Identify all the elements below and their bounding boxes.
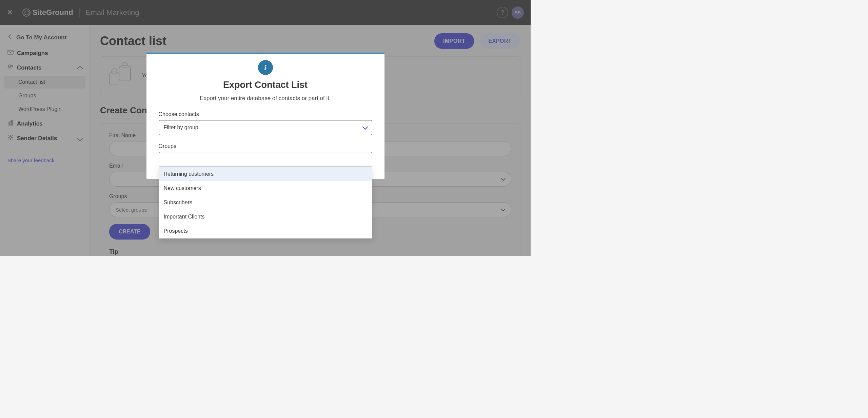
group-option[interactable]: Important Clients <box>159 210 372 224</box>
text-cursor <box>164 156 164 163</box>
info-icon: i <box>258 60 273 75</box>
group-option[interactable]: New customers <box>159 181 372 195</box>
modal-title: Export Contact List <box>159 80 372 90</box>
modal-subtitle: Export your entire database of contacts … <box>159 95 372 102</box>
groups-combobox: Returning customers New customers Subscr… <box>159 152 372 167</box>
export-contact-list-modal: i Export Contact List Export your entire… <box>146 53 384 179</box>
groups-dropdown: Returning customers New customers Subscr… <box>159 167 372 239</box>
choose-contacts-value: Filter by group <box>164 125 198 131</box>
group-option[interactable]: Prospects <box>159 224 372 238</box>
group-option[interactable]: Subscribers <box>159 195 372 210</box>
groups-filter-label: Groups <box>159 143 372 149</box>
choose-contacts-select[interactable]: Filter by group <box>159 120 372 135</box>
modal-overlay[interactable]: i Export Contact List Export your entire… <box>0 0 531 256</box>
chevron-down-icon <box>362 124 368 130</box>
groups-combobox-input[interactable] <box>159 152 372 167</box>
group-option[interactable]: Returning customers <box>159 167 372 181</box>
choose-contacts-label: Choose contacts <box>159 111 372 117</box>
